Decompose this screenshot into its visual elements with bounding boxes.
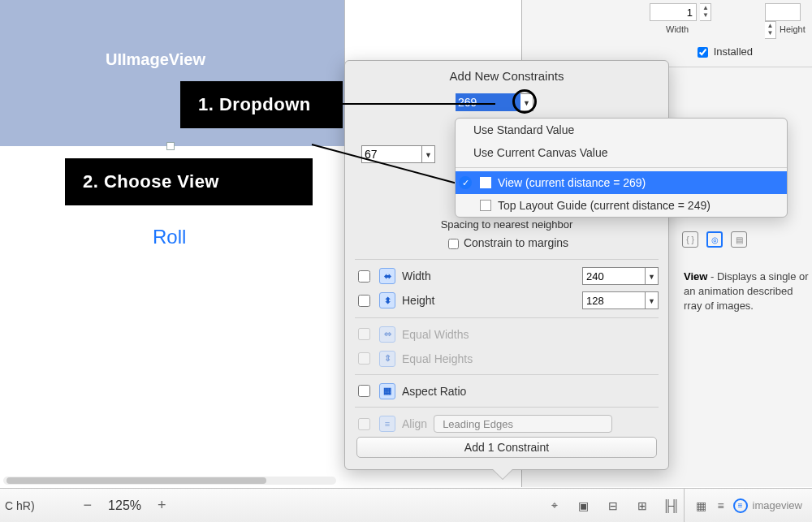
selection-handle[interactable] [166,142,175,150]
grid-view-icon[interactable]: ▦ [694,498,709,513]
height-icon: ⬍ [379,292,395,308]
annotation-step2: 2. Choose View [65,158,313,205]
spacing-label: Spacing to nearest neighbor [345,218,668,231]
size-class-label[interactable]: C hR) [0,499,35,512]
inspector-help-text: View - Displays a single or an animation… [684,270,809,313]
menu-separator [456,167,787,168]
annotation-step1: 1. Dropdown [180,81,343,128]
height-value-dropdown[interactable]: ▼ [646,291,659,309]
help-bold: View [684,270,707,283]
film-icon[interactable]: ▤ [731,231,747,248]
installed-label: Installed [714,45,753,58]
width-input[interactable] [650,3,697,21]
height-stepper[interactable]: ▲▼ [765,21,776,39]
resolve-issues-icon[interactable]: ╟╢ [663,497,680,515]
aspect-ratio-icon: ▦ [379,383,395,399]
width-value-input[interactable] [582,267,646,285]
width-value-dropdown[interactable]: ▼ [646,267,659,285]
divider-4 [355,407,659,408]
menu-use-standard[interactable]: Use Standard Value [456,119,787,141]
menu-top-layout-option[interactable]: Top Layout Guide (current distance = 249… [456,194,787,217]
align-checkbox [358,418,370,430]
height-row-label: Height [402,294,434,307]
constrain-margins-label: Constrain to margins [464,236,568,249]
constraint-dropdown-menu: Use Standard Value Use Current Canvas Va… [455,118,788,218]
width-row-label: Width [402,270,431,283]
annotation-ring-1 [512,89,537,114]
divider-1 [355,259,659,260]
annotation-line-1 [341,103,495,105]
height-value-input[interactable] [582,291,646,309]
popover-tail [493,469,512,479]
align-icon: ≡ [379,416,395,432]
filter-text: imageview [753,499,802,511]
zoom-in-button[interactable]: + [158,497,166,514]
constrain-margins-checkbox[interactable] [448,239,459,249]
aspect-ratio-checkbox[interactable] [358,385,370,397]
bottom-toolbar: C hR) − 125% + ⌖ ▣ ⊟ ⊞ ╟╢ ▦ ≡ ≡ imagevie… [0,488,812,522]
width-icon: ⬌ [379,268,395,284]
height-checkbox[interactable] [358,295,370,307]
equal-heights-checkbox [358,352,370,365]
focus-icon[interactable]: ⌖ [546,497,564,515]
add-constraint-button[interactable]: Add 1 Constraint [356,437,657,458]
width-row: ⬌ Width ▼ [355,267,659,285]
uiimageview-label: UIImageView [106,50,205,69]
library-filter-area: ▦ ≡ ≡ imageview [685,498,812,513]
embed-icon[interactable]: ▣ [575,497,593,515]
canvas-action-icons: ⌖ ▣ ⊟ ⊞ ╟╢ [539,489,685,522]
filter-icon: ≡ [733,498,748,513]
align-select: Leading Edges [434,415,612,433]
equal-widths-row: ⇔ Equal Widths [355,326,659,343]
check-icon: ✓ [459,176,472,189]
align-label: Align [402,417,427,430]
installed-row: Installed [694,45,753,60]
mini-checkbox-icon [480,177,491,188]
equal-heights-icon: ⇕ [379,351,395,367]
height-row: ⬍ Height ▼ [355,291,659,309]
equal-heights-label: Equal Heights [402,352,473,365]
pin-tool-icon[interactable]: ⊞ [633,497,651,515]
equal-widths-icon: ⇔ [379,326,395,343]
align-row: ≡ Align Leading Edges [355,415,659,433]
canvas-area: UIImageView Roll [0,0,345,487]
equal-widths-checkbox [358,328,370,340]
height-field-label: Height [780,24,806,34]
left-constraint-dropdown[interactable]: ▼ [422,145,435,163]
popover-title: Add New Constraints [450,69,564,83]
canvas-h-scrollbar[interactable] [3,477,336,485]
zoom-controls: − 125% + [84,497,166,514]
library-filter[interactable]: ≡ imageview [733,498,802,513]
zoom-value[interactable]: 125% [108,498,141,513]
zoom-out-button[interactable]: − [84,497,93,514]
divider-3 [355,374,659,375]
width-field-label: Width [666,24,689,34]
scrollbar-thumb[interactable] [6,477,266,484]
menu-use-current-canvas[interactable]: Use Current Canvas Value [456,141,787,164]
inspector-mode-icons: { } ◎ ▤ [682,231,747,248]
list-view-icon[interactable]: ≡ [714,498,728,513]
align-tool-icon[interactable]: ⊟ [604,497,622,515]
menu-view-option[interactable]: ✓ View (current distance = 269) [456,171,787,194]
braces-icon[interactable]: { } [682,231,698,248]
width-stepper[interactable]: ▲▼ [700,3,711,21]
roll-button-label[interactable]: Roll [153,226,186,248]
divider-2 [355,317,659,318]
equal-widths-label: Equal Widths [402,328,469,341]
height-input[interactable] [765,3,801,21]
constrain-margins-row: Constrain to margins [345,236,668,252]
width-checkbox[interactable] [358,270,370,283]
aspect-ratio-row: ▦ Aspect Ratio [355,382,659,399]
installed-checkbox[interactable] [698,47,708,58]
equal-heights-row: ⇕ Equal Heights [355,350,659,367]
mini-checkbox-icon [480,200,491,211]
aspect-ratio-label: Aspect Ratio [402,385,466,398]
top-constraint-input[interactable] [456,93,520,111]
target-icon[interactable]: ◎ [706,231,723,248]
width-field-wrap: ▲▼ [650,3,711,21]
